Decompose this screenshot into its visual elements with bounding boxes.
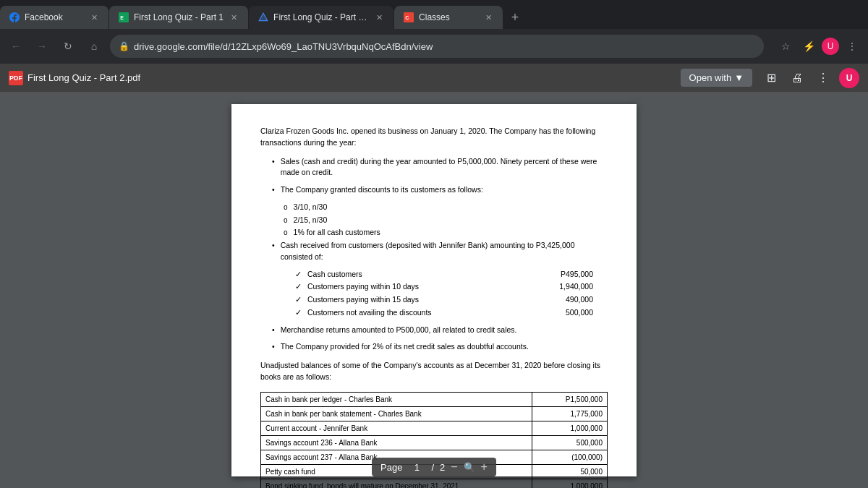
account-name: Bond sinking fund, bonds will mature on … [261, 479, 532, 488]
sub-bullet-2: 2/15, n/30 [284, 215, 608, 226]
more-button[interactable]: ⋮ [842, 36, 862, 56]
bullet-sales-text: Sales (cash and credit) during the year … [281, 156, 608, 179]
page-input[interactable] [408, 462, 425, 473]
bullet-discounts-text: The Company granted discounts to its cus… [281, 184, 483, 196]
account-amount: 500,000 [532, 435, 607, 450]
tab-quiz-part1[interactable]: E First Long Quiz - Part 1 ✕ [109, 6, 248, 29]
table-row: Savings account 236 - Allana Bank500,000 [261, 435, 608, 450]
more-options-button[interactable]: ⋮ [813, 68, 833, 88]
account-amount: 1,000,000 [532, 479, 607, 488]
tab-quiz-part2-close[interactable]: ✕ [373, 12, 385, 23]
bullet-cash: Cash received from customers (deposited … [260, 240, 608, 263]
check-item-2-value: 1,940,000 [559, 281, 593, 293]
table-row: Bond sinking fund, bonds will mature on … [261, 479, 608, 488]
check-item-2-text: Customers paying within 10 days [307, 281, 419, 293]
account-name: Cash in bank per ledger - Charles Bank [261, 392, 532, 406]
extensions-button[interactable]: ⚡ [799, 36, 819, 56]
check-item-2-label: ✓Customers paying within 10 days [295, 281, 419, 293]
search-icon: 🔍 [464, 462, 475, 473]
account-amount: (100,000) [532, 450, 607, 464]
bullet-discounts: The Company granted discounts to its cus… [260, 184, 608, 196]
bullet-returns-text: Merchandise returns amounted to P500,000… [281, 325, 517, 336]
open-with-button[interactable]: Open with ▼ [681, 69, 752, 87]
drive-icon [258, 12, 269, 23]
reload-button[interactable]: ↻ [58, 36, 78, 56]
check-item-3-label: ✓Customers paying within 15 days [295, 294, 419, 306]
table-row: Current account - Jennifer Bank1,000,000 [261, 421, 608, 435]
check-item-2: ✓Customers paying within 10 days 1,940,0… [295, 281, 608, 293]
tab-classes-close[interactable]: ✕ [482, 12, 494, 23]
home-button[interactable]: ⌂ [84, 36, 104, 56]
open-with-label: Open with [689, 72, 732, 83]
page-total: 2 [440, 462, 445, 473]
table-row: Cash in bank per ledger - Charles BankP1… [261, 392, 608, 406]
sub-bullet-1-text: 3/10, n/30 [294, 202, 328, 213]
account-amount: 1,000,000 [532, 421, 607, 435]
bullet-cash-text: Cash received from customers (deposited … [281, 240, 608, 263]
user-avatar[interactable]: U [839, 68, 859, 88]
browser-actions: ☆ ⚡ U ⋮ [775, 36, 862, 56]
sub-bullet-3-text: 1% for all cash customers [294, 227, 380, 239]
tab-quiz-part2[interactable]: First Long Quiz - Part 2.pdf - Goo ✕ [249, 6, 393, 29]
check-item-4: ✓Customers not availing the discounts 50… [295, 307, 608, 319]
sub-bullet-2-text: 2/15, n/30 [294, 215, 328, 226]
back-button[interactable]: ← [6, 36, 26, 56]
zoom-out-button[interactable]: − [451, 461, 457, 474]
pdf-toolbar: PDF First Long Quiz - Part 2.pdf Open wi… [0, 64, 868, 93]
tab-classes-title: Classes [419, 12, 478, 22]
check-item-1: ✓Cash customers P495,000 [295, 269, 608, 281]
pdf-content-area: Clariza Frozen Goods Inc. opened its bus… [0, 93, 868, 488]
pdf-text-content: Clariza Frozen Goods Inc. opened its bus… [260, 126, 608, 488]
tab-facebook-title: Facebook [25, 12, 84, 22]
page-controls: Page / 2 − 🔍 + [372, 458, 496, 476]
company-intro: Clariza Frozen Goods Inc. opened its bus… [260, 126, 608, 149]
pdf-toolbar-actions: ⊞ 🖨 ⋮ U [761, 68, 859, 88]
sheets-icon: E [118, 12, 129, 23]
pdf-filename-text: First Long Quiz - Part 2.pdf [27, 72, 140, 83]
tab-quiz-part1-close[interactable]: ✕ [228, 12, 239, 23]
bullet-doubtful-text: The Company provided for 2% of its net c… [281, 341, 529, 353]
check-item-4-text: Customers not availing the discounts [307, 307, 432, 319]
table-row: Cash in bank per bank statement - Charle… [261, 406, 608, 421]
svg-marker-3 [259, 13, 268, 21]
page-separator: / [431, 462, 434, 473]
forward-button[interactable]: → [32, 36, 52, 56]
account-name: Savings account 236 - Allana Bank [261, 435, 532, 450]
bookmark-button[interactable]: ☆ [775, 36, 796, 56]
svg-text:E: E [120, 15, 124, 20]
tab-quiz-part1-title: First Long Quiz - Part 1 [134, 12, 224, 22]
grid-view-button[interactable]: ⊞ [761, 68, 781, 88]
zoom-in-button[interactable]: + [481, 461, 488, 474]
sub-bullet-1: 3/10, n/30 [284, 202, 608, 213]
pdf-filename-area: PDF First Long Quiz - Part 2.pdf [9, 71, 681, 85]
bullet-returns: Merchandise returns amounted to P500,000… [260, 325, 608, 336]
pdf-file-icon: PDF [9, 71, 23, 85]
account-name: Cash in bank per bank statement - Charle… [261, 406, 532, 421]
check-item-3-text: Customers paying within 15 days [307, 294, 419, 306]
bullet-doubtful: The Company provided for 2% of its net c… [260, 341, 608, 353]
lock-icon: 🔒 [119, 41, 129, 51]
account-amount: 50,000 [532, 464, 607, 479]
open-with-chevron: ▼ [734, 72, 744, 83]
tab-facebook-close[interactable]: ✕ [88, 12, 100, 23]
account-amount: 1,775,000 [532, 406, 607, 421]
check-item-4-label: ✓Customers not availing the discounts [295, 307, 432, 319]
url-text: drive.google.com/file/d/12ZLxp6Wo69_LaoT… [134, 41, 433, 52]
tab-quiz-part2-title: First Long Quiz - Part 2.pdf - Goo [273, 12, 369, 22]
check-item-3: ✓Customers paying within 15 days 490,000 [295, 294, 608, 306]
check-item-1-label: ✓Cash customers [295, 269, 362, 281]
tab-classes[interactable]: C Classes ✕ [394, 6, 503, 29]
account-amount: P1,500,000 [532, 392, 607, 406]
check-item-1-text: Cash customers [307, 269, 362, 281]
print-button[interactable]: 🖨 [787, 68, 807, 88]
address-bar[interactable]: 🔒 drive.google.com/file/d/12ZLxp6Wo69_La… [110, 35, 764, 58]
pdf-page: Clariza Frozen Goods Inc. opened its bus… [231, 104, 637, 476]
address-bar-row: ← → ↻ ⌂ 🔒 drive.google.com/file/d/12ZLxp… [0, 29, 868, 64]
new-tab-button[interactable]: + [503, 6, 527, 29]
check-item-3-value: 490,000 [566, 294, 593, 306]
tab-bar: Facebook ✕ E First Long Quiz - Part 1 ✕ … [0, 0, 868, 29]
tab-facebook[interactable]: Facebook ✕ [0, 6, 109, 29]
profile-button[interactable]: U [822, 38, 839, 55]
classes-icon: C [403, 12, 414, 23]
check-item-1-value: P495,000 [561, 269, 593, 281]
